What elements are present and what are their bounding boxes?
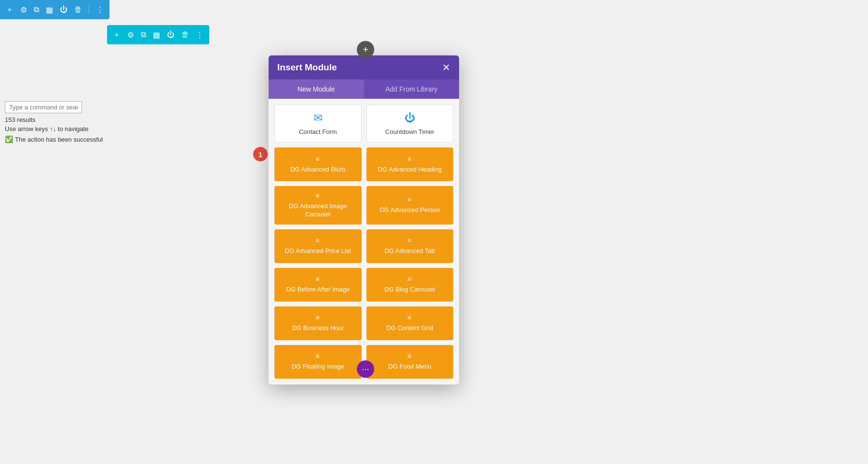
row-toolbar[interactable]: ＋ ⚙ ⧉ ▦ ⏻ 🗑 ⋮ (107, 25, 209, 44)
module-card-dg-advanced-heading[interactable]: ≡ DG Advanced Heading (366, 147, 454, 181)
module-card-dg-content-grid[interactable]: ≡ DG Content Grid (366, 306, 454, 340)
module-card-dg-business-hour[interactable]: ≡ DG Business Hour (274, 306, 362, 340)
menu-icon: ≡ (407, 237, 412, 244)
contact-form-label: Contact Form (299, 128, 337, 135)
module-grid: ✉ Contact Form ⏻ Countdown Timer ≡ DG Ad… (269, 99, 459, 384)
add-icon[interactable]: ＋ (6, 5, 14, 15)
results-count: 153 results (5, 116, 103, 123)
dots-icon[interactable]: ⋮ (96, 5, 104, 14)
module-card-dg-advanced-tab[interactable]: ≡ DG Advanced Tab (366, 229, 454, 263)
row-grid-icon[interactable]: ▦ (153, 30, 160, 40)
module-card-countdown-timer[interactable]: ⏻ Countdown Timer (366, 105, 454, 143)
menu-icon: ≡ (315, 275, 320, 283)
checkmark-icon: ✅ (5, 135, 13, 143)
module-card-dg-before-after-image[interactable]: ≡ DG Before After Image (274, 268, 362, 302)
row-power-icon[interactable]: ⏻ (167, 30, 175, 39)
menu-icon: ≡ (407, 155, 412, 163)
menu-icon: ≡ (315, 314, 320, 321)
module-card-dg-blog-carousel[interactable]: ≡ DG Blog Carousel (366, 268, 454, 302)
power-icon[interactable]: ⏻ (60, 5, 68, 14)
menu-icon: ≡ (315, 352, 320, 360)
add-module-bottom-button[interactable]: ··· (357, 360, 374, 378)
module-card-dg-floating-image[interactable]: ≡ DG Floating Image (274, 345, 362, 379)
nav-hint: Use arrow keys ↑↓ to navigate (5, 125, 103, 133)
menu-icon: ≡ (315, 192, 320, 199)
step-badge: 1 (253, 147, 268, 161)
row-clone-icon[interactable]: ⧉ (141, 30, 146, 39)
tab-add-from-library[interactable]: Add From Library (364, 80, 460, 99)
insert-module-modal: Insert Module ✕ New Module Add From Libr… (269, 55, 459, 384)
row-dots-icon[interactable]: ⋮ (196, 30, 203, 40)
modal-title: Insert Module (277, 62, 337, 73)
success-message: ✅ The action has been successful (5, 135, 103, 143)
modal-tabs: New Module Add From Library (269, 80, 459, 99)
module-card-dg-advanced-price-list[interactable]: ≡ DG Advanced Price List (274, 229, 362, 263)
module-card-dg-advanced-image-carousel[interactable]: ≡ DG Advanced Image Carousel (274, 186, 362, 225)
settings-icon[interactable]: ⚙ (20, 5, 27, 14)
module-card-dg-advanced-person[interactable]: ≡ DG Advanced Person (366, 186, 454, 225)
clone-icon[interactable]: ⧉ (34, 5, 39, 14)
top-toolbar[interactable]: ＋ ⚙ ⧉ ▦ ⏻ 🗑 ⋮ (0, 0, 109, 19)
module-card-dg-advanced-blurb[interactable]: ≡ DG Advanced Blurb (274, 147, 362, 181)
grid-icon[interactable]: ▦ (46, 5, 53, 14)
menu-icon: ≡ (407, 352, 412, 360)
module-card-contact-form[interactable]: ✉ Contact Form (274, 105, 362, 143)
row-add-icon[interactable]: ＋ (113, 30, 121, 40)
envelope-icon: ✉ (313, 112, 322, 124)
modal-header: Insert Module ✕ (269, 55, 459, 80)
close-button[interactable]: ✕ (442, 63, 450, 72)
menu-icon: ≡ (315, 155, 320, 163)
trash-icon[interactable]: 🗑 (74, 5, 82, 14)
countdown-timer-label: Countdown Timer (385, 128, 434, 135)
row-trash-icon[interactable]: 🗑 (181, 30, 189, 39)
separator (89, 5, 89, 14)
add-module-top-button[interactable]: + (357, 41, 374, 58)
clock-icon: ⏻ (405, 112, 415, 124)
row-settings-icon[interactable]: ⚙ (127, 30, 134, 40)
dots-label: ··· (362, 364, 369, 374)
search-input[interactable] (5, 101, 82, 113)
menu-icon: ≡ (315, 237, 320, 244)
left-panel: 153 results Use arrow keys ↑↓ to navigat… (0, 96, 108, 148)
tab-new-module[interactable]: New Module (269, 80, 364, 99)
menu-icon: ≡ (407, 314, 412, 321)
module-card-dg-food-menu[interactable]: ≡ DG Food Menu (366, 345, 454, 379)
menu-icon: ≡ (407, 196, 412, 203)
menu-icon: ≡ (407, 275, 412, 283)
